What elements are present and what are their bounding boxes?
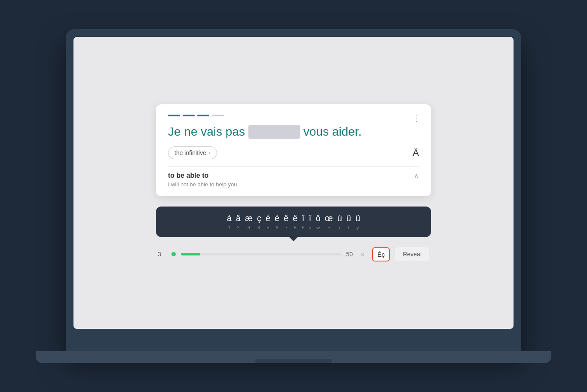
answer-blank[interactable]	[248, 125, 300, 139]
special-keyboard: à1â2æ3ç4é5è6ê7ë8î9ïqôwœeùrûtüy	[156, 207, 431, 237]
key-char-6: ê	[284, 213, 288, 223]
special-char-button[interactable]: Éç	[372, 247, 390, 261]
key-ô[interactable]: ôw	[316, 213, 321, 230]
key-num-13: t	[348, 225, 349, 230]
progress-dashes	[168, 115, 419, 116]
key-char-3: ç	[257, 213, 261, 223]
score-current: 3	[158, 251, 166, 258]
key-num-4: 5	[266, 225, 269, 230]
key-char-10: ô	[316, 213, 321, 223]
more-options-button[interactable]: ⋮	[413, 114, 421, 123]
dash-1	[168, 115, 180, 116]
key-ù[interactable]: ùr	[337, 213, 342, 230]
key-num-0: 1	[228, 225, 230, 230]
progress-fill	[181, 253, 200, 255]
key-num-2: 3	[248, 225, 250, 230]
key-â[interactable]: â2	[236, 213, 241, 230]
key-ü[interactable]: üy	[355, 213, 360, 230]
score-max: 50	[346, 251, 353, 258]
back-button[interactable]: «	[358, 248, 367, 261]
key-num-7: 8	[294, 225, 297, 230]
translation-english: to be able to	[168, 172, 238, 179]
progress-dot	[171, 252, 176, 256]
sentence-before: Je ne vais pas	[168, 125, 245, 139]
keyboard-keys-row: à1â2æ3ç4é5è6ê7ë8î9ïqôwœeùrûtüy	[165, 213, 422, 230]
key-num-3: 4	[258, 225, 260, 230]
hint-chip[interactable]: the infinitive ›	[168, 146, 217, 159]
hint-label: the infinitive	[174, 149, 206, 156]
progress-track	[181, 253, 341, 255]
key-num-10: w	[316, 225, 320, 230]
key-char-4: é	[266, 213, 270, 223]
laptop-wrapper: ⋮ Je ne vais pas vous aider. the infinit…	[36, 29, 551, 363]
key-è[interactable]: è6	[275, 213, 279, 230]
translation-example: I will not be able to help you.	[168, 181, 238, 188]
key-num-5: 6	[276, 225, 278, 230]
key-num-9: q	[309, 225, 312, 230]
key-char-1: â	[236, 213, 241, 223]
key-num-8: 9	[302, 225, 304, 230]
key-char-9: ï	[309, 213, 312, 223]
key-ç[interactable]: ç4	[257, 213, 261, 230]
sentence-text: Je ne vais pas vous aider.	[168, 125, 419, 139]
laptop-screen: ⋮ Je ne vais pas vous aider. the infinit…	[73, 37, 514, 329]
key-ï[interactable]: ïq	[309, 213, 312, 230]
key-char-2: æ	[245, 213, 253, 223]
key-ê[interactable]: ê7	[284, 213, 288, 230]
key-num-14: y	[357, 225, 359, 230]
chevron-up-icon[interactable]: ∧	[414, 172, 419, 180]
bottom-bar: 3 50 « Éç Reveal	[156, 247, 431, 261]
translation-text: to be able to I will not be able to help…	[168, 172, 238, 188]
key-î[interactable]: î9	[302, 213, 304, 230]
key-char-8: î	[302, 213, 305, 223]
hint-arrow-icon: ›	[209, 150, 211, 156]
dash-4	[212, 115, 224, 116]
dash-3	[197, 115, 209, 116]
key-û[interactable]: ût	[346, 213, 351, 230]
eiffel-tower-icon[interactable]: Ä	[413, 147, 419, 158]
laptop-screen-bezel: ⋮ Je ne vais pas vous aider. the infinit…	[66, 29, 521, 351]
key-char-5: è	[275, 213, 279, 223]
laptop-base	[36, 351, 551, 363]
key-char-13: û	[346, 213, 351, 223]
reveal-button[interactable]: Reveal	[395, 247, 429, 261]
key-char-0: à	[227, 213, 232, 223]
sentence-area: Je ne vais pas vous aider.	[168, 125, 419, 139]
key-ë[interactable]: ë8	[293, 213, 297, 230]
key-num-6: 7	[285, 225, 287, 230]
hint-row: the infinitive › Ä	[168, 146, 419, 159]
translation-row: to be able to I will not be able to help…	[168, 166, 419, 188]
key-char-7: ë	[293, 213, 297, 223]
key-é[interactable]: é5	[266, 213, 270, 230]
key-char-12: ù	[337, 213, 342, 223]
dash-2	[183, 115, 195, 116]
key-æ[interactable]: æ3	[245, 213, 253, 230]
key-œ[interactable]: œe	[325, 213, 333, 230]
exercise-card: ⋮ Je ne vais pas vous aider. the infinit…	[156, 104, 431, 196]
key-num-12: r	[339, 225, 340, 230]
sentence-after: vous aider.	[303, 125, 361, 139]
key-à[interactable]: à1	[227, 213, 232, 230]
key-num-1: 2	[237, 225, 240, 230]
key-char-14: ü	[355, 213, 360, 223]
key-num-11: e	[327, 225, 330, 230]
key-char-11: œ	[325, 213, 333, 223]
